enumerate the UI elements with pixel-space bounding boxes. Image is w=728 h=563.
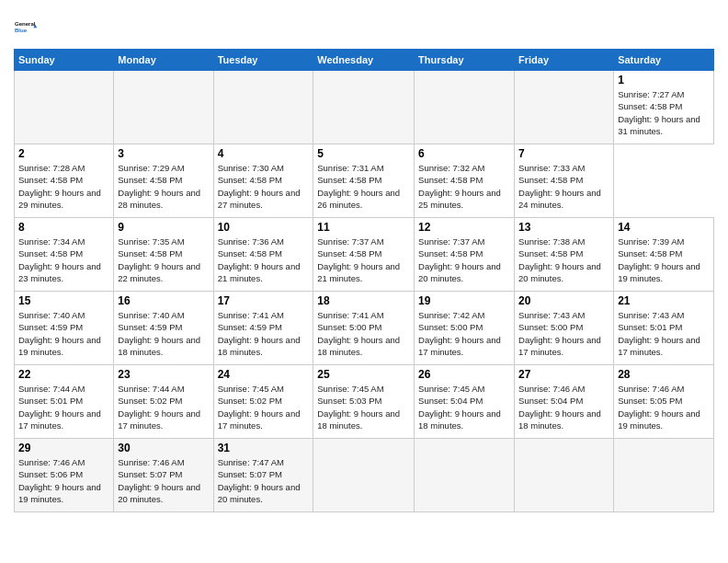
- empty-cell: [515, 71, 614, 144]
- calendar-cell-day-10: 10 Sunrise: 7:36 AMSunset: 4:58 PMDaylig…: [213, 218, 313, 292]
- day-number: 11: [317, 221, 410, 234]
- calendar-cell-day-6: 6 Sunrise: 7:32 AMSunset: 4:58 PMDayligh…: [415, 144, 515, 218]
- day-header-saturday: Saturday: [614, 50, 714, 71]
- empty-cell: [515, 439, 614, 512]
- calendar-cell-day-15: 15 Sunrise: 7:40 AMSunset: 4:59 PMDaylig…: [15, 292, 114, 365]
- day-info: Sunrise: 7:42 AMSunset: 5:00 PMDaylight:…: [418, 309, 510, 358]
- logo: GeneralBlue: [14, 14, 40, 40]
- day-info: Sunrise: 7:46 AMSunset: 5:04 PMDaylight:…: [518, 383, 609, 431]
- day-number: 29: [18, 442, 109, 454]
- svg-text:General: General: [15, 21, 36, 27]
- day-info: Sunrise: 7:45 AMSunset: 5:02 PMDaylight:…: [218, 383, 310, 431]
- day-info: Sunrise: 7:47 AMSunset: 5:07 PMDaylight:…: [218, 456, 310, 505]
- day-number: 15: [18, 294, 109, 307]
- calendar-cell-day-13: 13 Sunrise: 7:38 AMSunset: 4:58 PMDaylig…: [515, 218, 614, 292]
- calendar-cell-day-16: 16 Sunrise: 7:40 AMSunset: 4:59 PMDaylig…: [114, 292, 213, 365]
- day-number: 19: [418, 294, 510, 307]
- calendar-cell-day-11: 11 Sunrise: 7:37 AMSunset: 4:58 PMDaylig…: [313, 218, 415, 292]
- day-number: 20: [518, 294, 609, 307]
- day-number: 30: [118, 442, 209, 454]
- day-info: Sunrise: 7:46 AMSunset: 5:07 PMDaylight:…: [118, 456, 209, 505]
- empty-cell: [415, 71, 515, 144]
- empty-cell: [114, 71, 213, 144]
- day-number: 3: [118, 147, 209, 160]
- calendar-cell-day-24: 24 Sunrise: 7:45 AMSunset: 5:02 PMDaylig…: [213, 365, 313, 439]
- day-header-monday: Monday: [114, 50, 213, 71]
- logo-icon: GeneralBlue: [14, 14, 40, 40]
- day-number: 14: [618, 221, 710, 234]
- day-info: Sunrise: 7:43 AMSunset: 5:01 PMDaylight:…: [618, 309, 710, 358]
- calendar-cell-day-2: 2 Sunrise: 7:28 AMSunset: 4:58 PMDayligh…: [15, 144, 114, 218]
- calendar-cell-day-26: 26 Sunrise: 7:45 AMSunset: 5:04 PMDaylig…: [415, 365, 515, 439]
- day-number: 4: [218, 147, 310, 160]
- empty-cell: [15, 71, 114, 144]
- day-info: Sunrise: 7:38 AMSunset: 4:58 PMDaylight:…: [518, 236, 609, 284]
- day-info: Sunrise: 7:29 AMSunset: 4:58 PMDaylight:…: [118, 162, 209, 211]
- calendar-cell-day-22: 22 Sunrise: 7:44 AMSunset: 5:01 PMDaylig…: [15, 365, 114, 439]
- day-number: 13: [518, 221, 609, 234]
- day-number: 17: [218, 294, 310, 307]
- calendar-cell-day-5: 5 Sunrise: 7:31 AMSunset: 4:58 PMDayligh…: [313, 144, 415, 218]
- day-header-sunday: Sunday: [15, 50, 114, 71]
- day-number: 9: [118, 221, 209, 234]
- day-info: Sunrise: 7:39 AMSunset: 4:58 PMDaylight:…: [618, 236, 710, 284]
- day-number: 10: [218, 221, 310, 234]
- day-info: Sunrise: 7:32 AMSunset: 4:58 PMDaylight:…: [418, 162, 510, 211]
- calendar-cell-day-23: 23 Sunrise: 7:44 AMSunset: 5:02 PMDaylig…: [114, 365, 213, 439]
- day-info: Sunrise: 7:37 AMSunset: 4:58 PMDaylight:…: [418, 236, 510, 284]
- calendar-cell-day-19: 19 Sunrise: 7:42 AMSunset: 5:00 PMDaylig…: [415, 292, 515, 365]
- day-info: Sunrise: 7:45 AMSunset: 5:04 PMDaylight:…: [418, 383, 510, 431]
- day-number: 28: [618, 368, 710, 381]
- day-number: 7: [518, 147, 609, 160]
- calendar-cell-day-14: 14 Sunrise: 7:39 AMSunset: 4:58 PMDaylig…: [614, 218, 714, 292]
- calendar-cell-day-9: 9 Sunrise: 7:35 AMSunset: 4:58 PMDayligh…: [114, 218, 213, 292]
- day-info: Sunrise: 7:44 AMSunset: 5:01 PMDaylight:…: [18, 383, 109, 431]
- empty-cell: [415, 439, 515, 512]
- calendar-table: SundayMondayTuesdayWednesdayThursdayFrid…: [14, 49, 714, 512]
- svg-text:Blue: Blue: [15, 28, 28, 33]
- calendar-cell-day-8: 8 Sunrise: 7:34 AMSunset: 4:58 PMDayligh…: [15, 218, 114, 292]
- header: GeneralBlue: [14, 14, 714, 40]
- day-info: Sunrise: 7:45 AMSunset: 5:03 PMDaylight:…: [317, 383, 410, 431]
- calendar-cell-day-30: 30 Sunrise: 7:46 AMSunset: 5:07 PMDaylig…: [114, 439, 213, 512]
- empty-cell: [313, 439, 415, 512]
- calendar-cell-day-20: 20 Sunrise: 7:43 AMSunset: 5:00 PMDaylig…: [515, 292, 614, 365]
- calendar-cell-day-25: 25 Sunrise: 7:45 AMSunset: 5:03 PMDaylig…: [313, 365, 415, 439]
- day-header-wednesday: Wednesday: [313, 50, 415, 71]
- day-info: Sunrise: 7:44 AMSunset: 5:02 PMDaylight:…: [118, 383, 209, 431]
- calendar-cell-day-7: 7 Sunrise: 7:33 AMSunset: 4:58 PMDayligh…: [515, 144, 614, 218]
- day-info: Sunrise: 7:40 AMSunset: 4:59 PMDaylight:…: [18, 309, 109, 358]
- calendar-cell-day-29: 29 Sunrise: 7:46 AMSunset: 5:06 PMDaylig…: [15, 439, 114, 512]
- day-number: 2: [18, 147, 109, 160]
- day-number: 31: [218, 442, 310, 454]
- day-header-friday: Friday: [515, 50, 614, 71]
- day-info: Sunrise: 7:28 AMSunset: 4:58 PMDaylight:…: [18, 162, 109, 211]
- day-info: Sunrise: 7:43 AMSunset: 5:00 PMDaylight:…: [518, 309, 609, 358]
- calendar-cell-day-31: 31 Sunrise: 7:47 AMSunset: 5:07 PMDaylig…: [213, 439, 313, 512]
- calendar-page: GeneralBlue SundayMondayTuesdayWednesday…: [0, 0, 728, 563]
- day-number: 18: [317, 294, 410, 307]
- calendar-cell-day-17: 17 Sunrise: 7:41 AMSunset: 4:59 PMDaylig…: [213, 292, 313, 365]
- calendar-cell-day-4: 4 Sunrise: 7:30 AMSunset: 4:58 PMDayligh…: [213, 144, 313, 218]
- calendar-cell-day-18: 18 Sunrise: 7:41 AMSunset: 5:00 PMDaylig…: [313, 292, 415, 365]
- day-info: Sunrise: 7:34 AMSunset: 4:58 PMDaylight:…: [18, 236, 109, 284]
- day-number: 26: [418, 368, 510, 381]
- day-info: Sunrise: 7:46 AMSunset: 5:06 PMDaylight:…: [18, 456, 109, 505]
- day-number: 8: [18, 221, 109, 234]
- day-info: Sunrise: 7:35 AMSunset: 4:58 PMDaylight:…: [118, 236, 209, 284]
- calendar-cell-day-28: 28 Sunrise: 7:46 AMSunset: 5:05 PMDaylig…: [614, 365, 714, 439]
- day-number: 12: [418, 221, 510, 234]
- day-number: 25: [317, 368, 410, 381]
- day-number: 16: [118, 294, 209, 307]
- day-info: Sunrise: 7:40 AMSunset: 4:59 PMDaylight:…: [118, 309, 209, 358]
- day-info: Sunrise: 7:37 AMSunset: 4:58 PMDaylight:…: [317, 236, 410, 284]
- day-info: Sunrise: 7:27 AMSunset: 4:58 PMDaylight:…: [618, 88, 710, 137]
- empty-cell: [213, 71, 313, 144]
- day-info: Sunrise: 7:31 AMSunset: 4:58 PMDaylight:…: [317, 162, 410, 211]
- calendar-cell-day-21: 21 Sunrise: 7:43 AMSunset: 5:01 PMDaylig…: [614, 292, 714, 365]
- day-header-tuesday: Tuesday: [213, 50, 313, 71]
- calendar-cell-day-3: 3 Sunrise: 7:29 AMSunset: 4:58 PMDayligh…: [114, 144, 213, 218]
- day-number: 6: [418, 147, 510, 160]
- calendar-cell-day-1: 1 Sunrise: 7:27 AMSunset: 4:58 PMDayligh…: [614, 71, 714, 144]
- day-info: Sunrise: 7:33 AMSunset: 4:58 PMDaylight:…: [518, 162, 609, 211]
